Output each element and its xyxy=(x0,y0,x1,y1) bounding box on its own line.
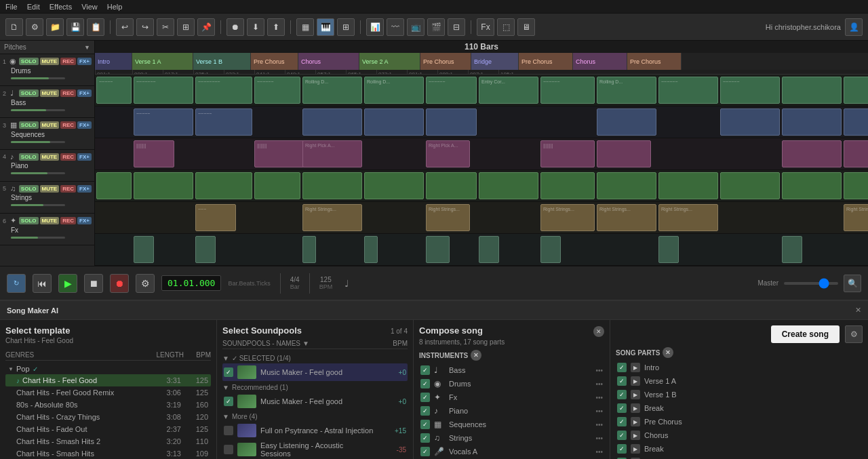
solo-seq[interactable]: SOLO xyxy=(19,121,39,129)
clip[interactable] xyxy=(479,172,538,199)
open-btn[interactable]: 📁 xyxy=(46,18,64,36)
part-play-intro[interactable]: ▶ xyxy=(631,363,640,372)
clip[interactable] xyxy=(844,172,868,199)
part-row-prechorus[interactable]: ✓ ▶ Pre Chorus xyxy=(616,415,863,428)
save-as-btn[interactable]: 📋 xyxy=(87,18,104,36)
part-play-break2[interactable]: ▶ xyxy=(631,444,640,454)
instr-more-sequences[interactable]: ••• xyxy=(595,421,603,428)
clip[interactable] xyxy=(782,140,842,167)
menu-file[interactable]: File xyxy=(5,3,18,11)
part-row-intro[interactable]: ✓ ▶ Intro xyxy=(616,361,863,374)
fx-fx[interactable]: FX+ xyxy=(77,217,92,224)
clip[interactable]: ~~~~~ xyxy=(195,108,252,136)
instr-more-bass[interactable]: ••• xyxy=(595,367,603,374)
clip[interactable] xyxy=(782,172,842,199)
clip[interactable]: ~~~~~ xyxy=(96,77,132,104)
clip[interactable] xyxy=(364,236,378,263)
grid-btn[interactable]: ▦ xyxy=(296,18,314,36)
section-prechorus2[interactable]: Pre Chorus xyxy=(420,53,471,70)
section-prechorus[interactable]: Pre Chorus xyxy=(251,53,298,70)
clip[interactable]: ~~~~~~~ xyxy=(134,77,193,104)
instrument-row-fx[interactable]: ✓ ✦ Fx ••• xyxy=(419,391,604,404)
clip[interactable] xyxy=(782,236,802,263)
section-prechorus3[interactable]: Pre Chorus xyxy=(519,53,573,70)
clip[interactable]: ~~~~~ xyxy=(134,108,193,136)
template-row-6[interactable]: Chart Hits - Smash Hits 3:13 109 xyxy=(5,447,211,459)
clip[interactable] xyxy=(426,172,477,199)
rec-piano[interactable]: REC xyxy=(60,153,76,161)
screen2-btn[interactable]: 🖥 xyxy=(517,18,535,36)
fx-strings[interactable]: FX+ xyxy=(77,185,92,193)
mute-bass[interactable]: MUTE xyxy=(40,89,60,97)
clip[interactable]: Right Strings... xyxy=(844,204,868,231)
mute-piano[interactable]: MUTE xyxy=(40,153,60,161)
stop-btn[interactable]: ⏹ xyxy=(84,274,103,293)
section-verse1b[interactable]: Verse 1 B xyxy=(193,53,251,70)
clip[interactable] xyxy=(364,172,424,199)
gear-settings-btn[interactable]: ⚙ xyxy=(845,325,863,343)
part-check-break1[interactable]: ✓ xyxy=(617,403,627,413)
instrument-row-sequences[interactable]: ✓ ▦ Sequences ••• xyxy=(419,418,604,431)
genre-pop[interactable]: ▼ Pop ✓ xyxy=(5,363,211,374)
part-check-verse1b[interactable]: ✓ xyxy=(617,390,627,399)
instr-more-piano[interactable]: ••• xyxy=(595,407,603,415)
wave-btn[interactable]: 〰 xyxy=(387,18,404,36)
instr-check-bass[interactable]: ✓ xyxy=(420,365,430,375)
copy-btn[interactable]: ⊞ xyxy=(177,18,195,36)
fx-drums[interactable]: FX+ xyxy=(77,58,92,65)
track-volume-fx[interactable] xyxy=(11,237,65,239)
clip[interactable] xyxy=(540,172,595,199)
instrument-row-piano[interactable]: ✓ ♪ Piano ••• xyxy=(419,404,604,418)
clip[interactable] xyxy=(302,172,362,199)
section-bridge[interactable]: Bridge xyxy=(471,53,519,70)
clip[interactable] xyxy=(782,108,842,136)
template-row-3[interactable]: Chart Hits - Crazy Things 3:08 120 xyxy=(5,411,211,423)
clip[interactable] xyxy=(782,77,842,104)
clip[interactable]: Entry Cor... xyxy=(479,77,538,104)
play-btn[interactable]: ▶ xyxy=(58,274,77,293)
mute-drums[interactable]: MUTE xyxy=(40,58,60,65)
search-btn[interactable]: 🔍 xyxy=(844,275,861,292)
part-row-verse1a[interactable]: ✓ ▶ Verse 1 A xyxy=(616,374,863,388)
part-check-chorus[interactable]: ✓ xyxy=(617,431,627,440)
clip[interactable] xyxy=(426,236,450,263)
pool-check-more-0[interactable] xyxy=(224,426,233,435)
clip[interactable]: |||||||| xyxy=(540,140,595,167)
section-chorus2[interactable]: Chorus xyxy=(573,53,627,70)
vid-btn[interactable]: 🎬 xyxy=(427,18,445,36)
pool-row-0[interactable]: ✓ Music Maker - Feel good +0 xyxy=(222,363,408,381)
section-verse1a[interactable]: Verse 1 A xyxy=(132,53,193,70)
pool-check-more-1[interactable] xyxy=(224,445,233,454)
mute-seq[interactable]: MUTE xyxy=(40,121,60,129)
mute-strings[interactable]: MUTE xyxy=(40,185,60,193)
track-volume-bass[interactable] xyxy=(11,109,65,111)
compose-close-btn[interactable]: ✕ xyxy=(593,326,604,337)
chart-btn[interactable]: 📊 xyxy=(366,18,384,36)
section-chorus[interactable]: Chorus xyxy=(298,53,359,70)
clip[interactable] xyxy=(844,108,868,136)
piano-btn[interactable]: 🎹 xyxy=(317,18,334,36)
instr-more-drums[interactable]: ••• xyxy=(595,380,603,388)
clip[interactable] xyxy=(254,172,300,199)
settings-transport-btn[interactable]: ⚙ xyxy=(136,274,155,293)
instruments-x-btn[interactable]: ✕ xyxy=(471,350,481,361)
part-check-break2[interactable]: ✓ xyxy=(617,444,627,454)
clip[interactable] xyxy=(720,108,780,136)
clip[interactable] xyxy=(302,236,316,263)
instr-check-vocalsa[interactable]: ✓ xyxy=(420,447,430,456)
clip[interactable] xyxy=(658,236,679,263)
section-prechorus4[interactable]: Pre Chorus xyxy=(627,53,682,70)
clip[interactable]: Right Plck A... xyxy=(426,140,470,167)
track-volume-seq[interactable] xyxy=(11,141,65,143)
clip[interactable] xyxy=(195,236,216,263)
template-row-5[interactable]: Chart Hits - Smash Hits 2 3:20 110 xyxy=(5,435,211,447)
clip[interactable] xyxy=(364,108,424,136)
clip[interactable]: Right Strings... xyxy=(540,204,595,231)
clip[interactable] xyxy=(597,172,656,199)
clip[interactable] xyxy=(426,108,477,136)
menu-effects[interactable]: Effects xyxy=(50,3,72,11)
instr-check-piano[interactable]: ✓ xyxy=(420,406,430,416)
instrument-row-bass[interactable]: ✓ ♩ Bass ••• xyxy=(419,363,604,377)
pool-check-rec-0[interactable]: ✓ xyxy=(224,397,233,406)
track-volume-piano[interactable] xyxy=(11,172,65,174)
